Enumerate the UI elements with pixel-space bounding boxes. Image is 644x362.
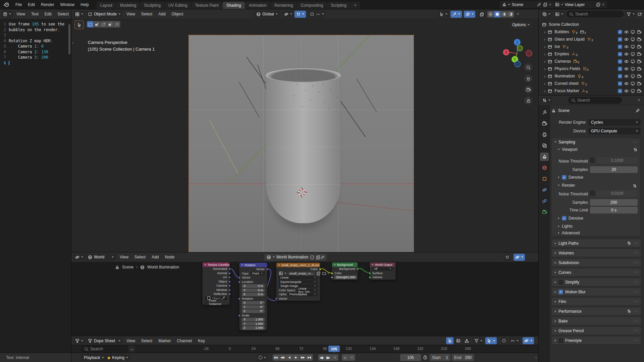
close-icon[interactable]: × <box>549 2 551 7</box>
selectable-checkbox[interactable]: ✓ <box>618 30 622 34</box>
overlay-toggle[interactable] <box>514 254 525 261</box>
expand-arrow[interactable]: › <box>544 37 545 42</box>
play-reverse-button[interactable]: ◀ <box>286 354 293 361</box>
dopesheet-menu-select[interactable]: Select <box>138 337 155 345</box>
loop-options-chevron[interactable] <box>348 354 355 361</box>
socket-row-reflection[interactable]: Reflection <box>203 292 229 296</box>
render-disable-icon[interactable] <box>637 74 641 78</box>
render-subpanel-header[interactable]: Render <box>558 183 575 188</box>
code-line-4[interactable]: 4Rotation Z map HDR: <box>0 38 71 44</box>
mapping-rotation-x[interactable]: X0° <box>239 301 267 305</box>
viewport-canvas[interactable]: Camera Perspective (105) Scene Collectio… <box>71 19 539 252</box>
copy-icon[interactable] <box>543 2 547 7</box>
eye-icon[interactable] <box>624 52 629 56</box>
viewport-subpanel-header[interactable]: Viewport <box>552 146 640 153</box>
code-line-6[interactable]: 6 Camera 2: 130 <box>0 49 71 55</box>
render-denoise-row[interactable]: ✓Denoise <box>558 216 583 221</box>
copy-icon[interactable] <box>316 255 320 259</box>
show-overlays-toggle[interactable] <box>464 11 475 18</box>
render-noise-checkbox[interactable] <box>590 191 595 195</box>
select-intersect-button[interactable] <box>114 21 120 27</box>
expand-arrow[interactable]: › <box>544 66 545 71</box>
scene-selector[interactable]: Scene × <box>500 1 554 8</box>
topbar-menu-render[interactable]: Render <box>38 1 57 8</box>
panel-film[interactable]: Film⠿⠿ <box>551 297 641 306</box>
node-environment-texture[interactable]: small_empty_room_2_4k.exr Color small_em… <box>276 262 320 301</box>
outliner-row-glass-and-liquid[interactable]: ›Glass and Liquid3✓ <box>539 36 644 43</box>
lights-subpanel[interactable]: Lights <box>558 224 573 229</box>
constraints-tab[interactable] <box>540 197 549 205</box>
select-extend-button[interactable] <box>94 21 100 27</box>
copy-icon[interactable] <box>596 2 600 7</box>
code-line-3[interactable]: 3 <box>0 33 71 38</box>
viewport-disable-icon[interactable] <box>631 52 635 56</box>
jump-to-start-button[interactable]: ▮◀ <box>273 354 279 361</box>
snap-toggle[interactable] <box>294 11 306 18</box>
workspace-tab-animation[interactable]: Animation <box>245 2 270 9</box>
world-tab[interactable] <box>540 164 549 172</box>
render-disable-icon[interactable] <box>637 30 641 34</box>
outliner-row-ice[interactable]: ›Ice3✓ <box>539 43 644 50</box>
socket-row-uv[interactable]: UV <box>203 275 229 280</box>
code-line-2[interactable]: 2bubbles on the render. <box>0 27 71 33</box>
topbar-menu-help[interactable]: Help <box>77 1 92 8</box>
workspace-tab-rendering[interactable]: Rendering <box>271 2 297 9</box>
panel-simplify[interactable]: Simplify⠿⠿ <box>551 278 641 286</box>
panel-checkbox[interactable] <box>558 338 563 343</box>
socket-row-window[interactable]: Window <box>203 288 229 292</box>
editor-type-text-button[interactable] <box>1 11 13 18</box>
outliner-row-bubbles[interactable]: ›Bubbles93✓ <box>539 28 644 36</box>
workspace-tab-shading[interactable]: Shading <box>223 2 245 9</box>
panel-checkbox[interactable] <box>558 280 563 285</box>
render-disable-icon[interactable] <box>637 67 641 71</box>
expand-arrow[interactable]: › <box>544 88 545 94</box>
eye-icon[interactable] <box>624 74 629 78</box>
step-options-chevron[interactable] <box>332 354 338 361</box>
topbar-menu-window[interactable]: Window <box>57 1 77 8</box>
panel-curves[interactable]: Curves⠿⠿ <box>551 268 641 277</box>
viewport-disable-icon[interactable] <box>631 30 635 34</box>
mapping-scale-z[interactable]: Z1.000 <box>239 326 267 330</box>
pin-icon[interactable] <box>537 2 541 7</box>
scrollbar[interactable] <box>68 24 70 54</box>
proportional-editing-toggle[interactable] <box>308 11 326 18</box>
code-line-5[interactable]: 5 Camera 1: 0 <box>0 44 71 49</box>
panel-subdivision[interactable]: Subdivision⠿⠿ <box>551 258 641 267</box>
mode-dropdown[interactable]: Object Mode <box>86 11 123 18</box>
outliner-filter-dropdown[interactable] <box>625 11 636 18</box>
viewport-disable-icon[interactable] <box>631 37 635 42</box>
mapping-rotation-z[interactable]: Z0° <box>239 309 267 313</box>
blender-logo-icon[interactable] <box>3 2 9 7</box>
expand-arrow[interactable]: › <box>544 81 545 86</box>
scene-tab[interactable] <box>540 153 549 161</box>
text-menu-edit[interactable]: Edit <box>42 10 55 18</box>
viewport-disable-icon[interactable] <box>631 89 635 93</box>
dopesheet-menu-channel[interactable]: Channel <box>174 337 195 345</box>
mapping-group-location[interactable]: Location <box>239 280 267 284</box>
zoom-button[interactable] <box>524 63 532 71</box>
workspace-tab--[interactable]: + <box>351 2 360 9</box>
keying-dropdown[interactable]: ◆Keying <box>105 354 130 361</box>
transform-orientation-dropdown[interactable]: Global <box>254 11 280 18</box>
viewport-menu-view[interactable]: View <box>123 10 138 18</box>
workspace-tab-sculpting[interactable]: Sculpting <box>141 2 164 9</box>
code-line-8[interactable]: 8 <box>0 60 71 66</box>
workspace-tab-modeling[interactable]: Modeling <box>116 2 140 9</box>
viewport-menu-select[interactable]: Select <box>138 10 155 18</box>
data-tab[interactable] <box>540 208 549 216</box>
outliner-display-mode[interactable] <box>541 11 552 18</box>
fake-user-icon[interactable] <box>310 255 314 259</box>
active-tool-tweak[interactable] <box>74 20 84 29</box>
node-background[interactable]: Background Background Color Strength1.00… <box>332 262 358 280</box>
only-selected-toggle[interactable] <box>446 337 453 344</box>
dopesheet-menu-key[interactable]: Key <box>195 337 208 345</box>
workspace-tab-compositing[interactable]: Compositing <box>297 2 327 9</box>
snap-dropdown[interactable] <box>485 337 497 344</box>
selectable-checkbox[interactable]: ✓ <box>618 45 622 49</box>
pin-icon[interactable] <box>320 255 325 259</box>
outliner-row-illumination[interactable]: ›Illumination3✓ <box>539 72 644 80</box>
eye-icon[interactable] <box>624 30 629 34</box>
shader-menu-view[interactable]: View <box>117 253 131 261</box>
outliner-row-physics-fields[interactable]: ›Physics Fields2✓ <box>539 65 644 72</box>
viewport-samples-field[interactable]: 20 <box>590 166 638 173</box>
